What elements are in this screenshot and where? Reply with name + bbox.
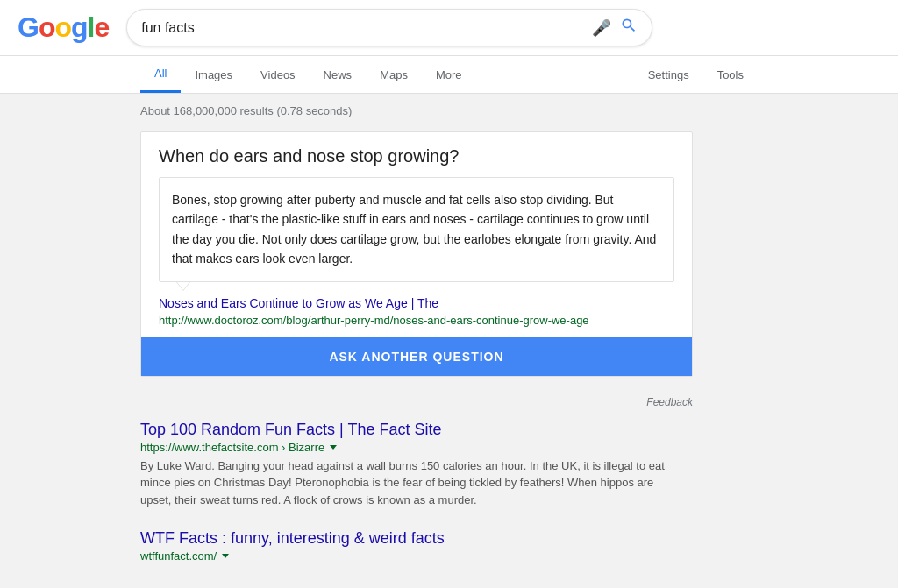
result-snippet-1: By Luke Ward. Banging your head against … (140, 457, 666, 509)
logo-letter-o2: o (54, 11, 71, 43)
logo-letter-e: e (94, 11, 109, 43)
main-content: About 168,000,000 results (0.78 seconds)… (0, 94, 898, 588)
answer-source-url: http://www.doctoroz.com/blog/arthur-perr… (159, 314, 674, 327)
tab-news[interactable]: News (310, 58, 367, 92)
result-title-2[interactable]: WTF Facts : funny, interesting & weird f… (140, 529, 666, 548)
search-button[interactable] (620, 17, 638, 39)
answer-text-wrapper: Bones, stop growing after puberty and mu… (159, 177, 674, 282)
feedback-label: Feedback (140, 391, 693, 414)
answer-text: Bones, stop growing after puberty and mu… (159, 177, 674, 282)
tab-maps[interactable]: Maps (366, 58, 422, 92)
tab-videos[interactable]: Videos (246, 58, 310, 92)
nav-tabs: All Images Videos News Maps More Setting… (0, 56, 898, 94)
answer-source-link[interactable]: Noses and Ears Continue to Grow as We Ag… (159, 296, 674, 310)
logo-letter-g2: g (71, 11, 88, 43)
result-url-2: wtffunfact.com/ (140, 549, 666, 563)
search-icon (620, 17, 638, 34)
dropdown-arrow-icon[interactable] (330, 445, 337, 450)
results-count: About 168,000,000 results (0.78 seconds) (140, 104, 880, 117)
answer-question: When do ears and nose stop growing? (159, 146, 674, 166)
tab-tools[interactable]: Tools (703, 58, 758, 92)
result-title-1[interactable]: Top 100 Random Fun Facts | The Fact Site (140, 421, 666, 439)
answer-box: When do ears and nose stop growing? Bone… (140, 131, 693, 377)
search-bar: 🎤 (126, 9, 652, 46)
nav-right: Settings Tools (634, 58, 758, 92)
tab-images[interactable]: Images (181, 58, 246, 92)
tab-settings[interactable]: Settings (634, 58, 703, 92)
header: Google 🎤 (0, 0, 898, 56)
microphone-icon[interactable]: 🎤 (592, 18, 611, 38)
search-bar-container: 🎤 (126, 9, 652, 46)
search-result: Top 100 Random Fun Facts | The Fact Site… (140, 421, 666, 509)
google-logo: Google (18, 11, 109, 44)
search-result: WTF Facts : funny, interesting & weird f… (140, 529, 666, 563)
search-input[interactable] (141, 20, 583, 36)
ask-another-button[interactable]: ASK ANOTHER QUESTION (141, 337, 692, 376)
result-url-1: https://www.thefactsite.com › Bizarre (140, 441, 666, 454)
logo-letter-o1: o (39, 11, 55, 43)
dropdown-arrow-icon-2[interactable] (222, 554, 229, 558)
logo-letter-g: G (18, 11, 39, 43)
tab-all[interactable]: All (140, 56, 181, 93)
tab-more[interactable]: More (422, 58, 476, 92)
nav-left: All Images Videos News Maps More (140, 56, 634, 93)
